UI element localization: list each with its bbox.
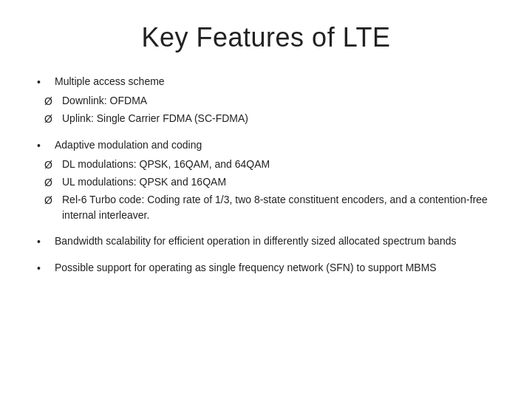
bullet-symbol-2: • — [37, 137, 50, 154]
bullet-symbol-1: • — [37, 74, 50, 90]
bullet-text-4: Possible support for operating as single… — [55, 260, 495, 276]
bullet-item-1: • Multiple access scheme — [37, 74, 495, 90]
sub-symbol-2-3: Ø — [44, 192, 58, 208]
sub-text-2-3: Rel-6 Turbo code: Coding rate of 1/3, tw… — [62, 192, 495, 223]
bullet-text-3: Bandwidth scalability for efficient oper… — [55, 233, 495, 249]
sub-bullets-1: Ø Downlink: OFDMA Ø Uplink: Single Carri… — [44, 93, 495, 127]
sub-bullets-2: Ø DL modulations: QPSK, 16QAM, and 64QAM… — [44, 157, 495, 223]
page: Key Features of LTE • Multiple access sc… — [0, 0, 532, 399]
bullet-text-1: Multiple access scheme — [55, 74, 495, 89]
section-1: • Multiple access scheme Ø Downlink: OFD… — [37, 74, 495, 127]
bullet-item-3: • Bandwidth scalability for efficient op… — [37, 233, 495, 250]
sub-symbol-1-2: Ø — [44, 111, 58, 127]
content-area: • Multiple access scheme Ø Downlink: OFD… — [37, 74, 495, 276]
sub-text-2-2: UL modulations: QPSK and 16QAM — [62, 174, 495, 190]
section-4: • Possible support for operating as sing… — [37, 260, 495, 276]
bullet-symbol-3: • — [37, 233, 50, 250]
sub-bullet-2-3: Ø Rel-6 Turbo code: Coding rate of 1/3, … — [44, 192, 495, 223]
bullet-item-2: • Adaptive modulation and coding — [37, 137, 495, 154]
bullet-text-2: Adaptive modulation and coding — [55, 137, 495, 153]
sub-symbol-2-1: Ø — [44, 157, 58, 173]
bullet-symbol-4: • — [37, 260, 50, 276]
page-title: Key Features of LTE — [37, 22, 495, 53]
section-3: • Bandwidth scalability for efficient op… — [37, 233, 495, 250]
sub-symbol-1-1: Ø — [44, 93, 58, 109]
sub-text-1-1: Downlink: OFDMA — [62, 93, 495, 109]
sub-text-2-1: DL modulations: QPSK, 16QAM, and 64QAM — [62, 157, 495, 172]
sub-bullet-1-1: Ø Downlink: OFDMA — [44, 93, 495, 109]
sub-text-1-2: Uplink: Single Carrier FDMA (SC-FDMA) — [62, 111, 495, 126]
section-2: • Adaptive modulation and coding Ø DL mo… — [37, 137, 495, 223]
sub-bullet-2-1: Ø DL modulations: QPSK, 16QAM, and 64QAM — [44, 157, 495, 173]
bullet-item-4: • Possible support for operating as sing… — [37, 260, 495, 276]
sub-bullet-2-2: Ø UL modulations: QPSK and 16QAM — [44, 174, 495, 191]
sub-bullet-1-2: Ø Uplink: Single Carrier FDMA (SC-FDMA) — [44, 111, 495, 127]
sub-symbol-2-2: Ø — [44, 174, 58, 191]
